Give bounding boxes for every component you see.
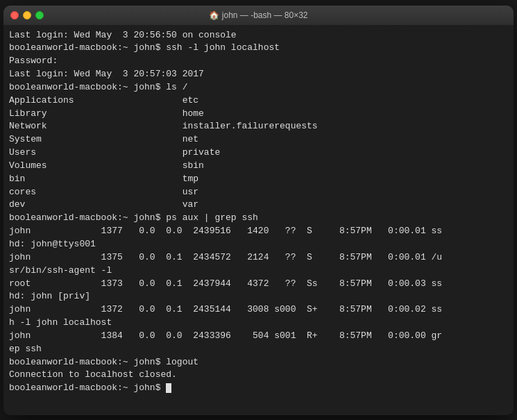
maximize-button[interactable]: [35, 11, 44, 19]
cursor: [166, 383, 171, 393]
traffic-lights[interactable]: [10, 11, 44, 19]
terminal-body[interactable]: Last login: Wed May 3 20:56:50 on consol…: [3, 25, 514, 415]
window-title: 🏠 john — -bash — 80×32: [209, 10, 307, 20]
title-bar: 🏠 john — -bash — 80×32: [3, 6, 514, 25]
terminal-window[interactable]: 🏠 john — -bash — 80×32 Last login: Wed M…: [3, 6, 514, 415]
terminal-content: Last login: Wed May 3 20:56:50 on consol…: [9, 29, 508, 396]
minimize-button[interactable]: [23, 11, 31, 19]
close-button[interactable]: [10, 11, 19, 19]
